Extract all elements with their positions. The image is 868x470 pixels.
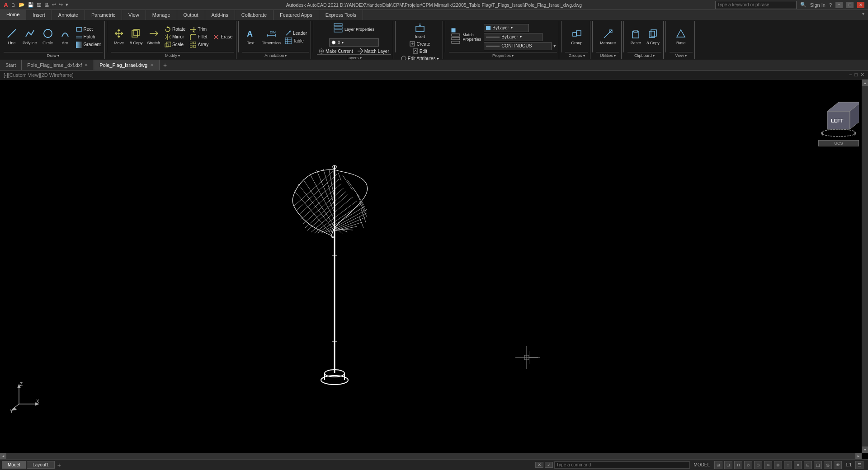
osnap-toggle[interactable]: ⊙ [754, 461, 762, 469]
scroll-track-v[interactable] [862, 86, 868, 446]
tab-collaborate[interactable]: Collaborate [235, 10, 274, 20]
properties-label[interactable]: Properties [449, 52, 557, 58]
base-button[interactable]: Base [673, 28, 689, 46]
layer-properties-button[interactable]: Layer Properties [332, 22, 376, 37]
drawing-canvas[interactable]: Z X Y [0, 80, 868, 459]
tab-dxf[interactable]: Pole_Flag_Israel_dxf.dxf ✕ [22, 60, 94, 70]
otrack-toggle[interactable]: ∞ [764, 461, 772, 469]
make-current-button[interactable]: Make Current [317, 48, 355, 54]
lw-toggle[interactable]: ≡ [794, 461, 802, 469]
move-button[interactable]: Move [111, 28, 127, 46]
gradient-button[interactable]: Gradient [74, 41, 103, 48]
rotate-button[interactable]: Rotate [163, 26, 187, 33]
erase-button[interactable]: Erase [211, 33, 234, 41]
utilities-label[interactable]: Utilities [596, 52, 619, 58]
line-button[interactable]: Line [4, 28, 20, 46]
add-tab-button[interactable]: + [160, 60, 170, 70]
leader-button[interactable]: Leader [283, 29, 309, 37]
rectangle-button[interactable]: Rect [74, 26, 103, 33]
scroll-right-btn[interactable]: ► [855, 453, 862, 459]
tab-home[interactable]: Home [0, 10, 26, 20]
trim-button[interactable]: Trim [188, 26, 210, 33]
polyline-button[interactable]: Polyline [21, 28, 39, 46]
tab-annotate[interactable]: Annotate [52, 10, 85, 20]
quick-access-print[interactable]: 🖶 [44, 2, 49, 8]
qp-toggle[interactable]: ◫ [814, 461, 822, 469]
quick-access-more[interactable]: ▾ [66, 2, 68, 8]
color-selector[interactable]: ByLayer [484, 24, 529, 32]
edit-block-button[interactable]: Edit [411, 48, 429, 54]
quick-access-saveas[interactable]: 🖫 [37, 2, 42, 8]
group-button[interactable]: Group [569, 28, 585, 46]
tab-parametric[interactable]: Parametric [85, 10, 122, 20]
close-dwg-tab[interactable]: ✕ [150, 63, 154, 67]
window-minimize-btn[interactable]: − [835, 2, 843, 8]
customization-menu[interactable]: ☰ [855, 461, 863, 469]
modify-label[interactable]: Modify [111, 52, 235, 58]
ducs-toggle[interactable]: ⊕ [774, 461, 782, 469]
layout1-tab[interactable]: Layout1 [27, 461, 55, 469]
tab-manage[interactable]: Manage [146, 10, 177, 20]
match-properties-button[interactable]: MatchProperties [449, 27, 483, 47]
properties-panel-toggle[interactable]: ▾ [552, 42, 557, 50]
table-button[interactable]: Table [283, 37, 309, 44]
arc-button[interactable]: Arc [57, 28, 73, 46]
hatch-button[interactable]: Hatch [74, 33, 103, 41]
isolate-toggle[interactable]: 👁 [834, 461, 842, 469]
close-dxf-tab[interactable]: ✕ [85, 63, 88, 67]
annotation-label[interactable]: Annotation [242, 52, 309, 58]
help-icon[interactable]: ? [829, 2, 832, 8]
tab-insert[interactable]: Insert [26, 10, 52, 20]
vertical-scrollbar[interactable]: ▲ ▼ [862, 80, 868, 453]
tab-dwg[interactable]: Pole_Flag_Israel.dwg ✕ [94, 60, 160, 70]
scroll-track-h[interactable] [6, 453, 855, 459]
scroll-left-btn[interactable]: ◄ [0, 453, 6, 459]
copy-clipboard-button[interactable]: 8 Copy [645, 28, 661, 46]
viewport-minimize[interactable]: − [849, 72, 852, 78]
clipboard-label[interactable]: Clipboard [627, 52, 661, 58]
tab-addins[interactable]: Add-ins [205, 10, 235, 20]
quick-access-undo[interactable]: ↩ [52, 2, 56, 8]
tp-toggle[interactable]: ⊟ [804, 461, 812, 469]
tab-featuredapps[interactable]: Featured Apps [274, 10, 319, 20]
quick-access-new[interactable]: 🗋 [11, 2, 16, 8]
groups-label[interactable]: Groups [565, 52, 588, 58]
view-label[interactable]: View [670, 52, 693, 58]
quick-access-open[interactable]: 📂 [19, 2, 25, 8]
quick-access-save[interactable]: 💾 [28, 2, 34, 8]
polar-toggle[interactable]: ⊘ [744, 461, 752, 469]
canvas-area[interactable]: Z X Y [0, 80, 868, 459]
text-button[interactable]: A Text [242, 28, 259, 46]
scale-button[interactable]: Scale [163, 41, 187, 48]
window-restore-btn[interactable]: □ [846, 2, 854, 8]
fillet-button[interactable]: Fillet [188, 33, 210, 41]
circle-button[interactable]: Circle [40, 28, 56, 46]
tab-view[interactable]: View [122, 10, 146, 20]
mirror-button[interactable]: Mirror [163, 33, 187, 41]
paste-button[interactable]: Paste [627, 28, 644, 46]
array-button[interactable]: Array [188, 41, 210, 48]
create-button[interactable]: Create [408, 41, 432, 47]
user-sign-in[interactable]: Sign In [810, 2, 826, 8]
grid-toggle[interactable]: ⊞ [714, 461, 722, 469]
dimension-button[interactable]: DIM Dimension [259, 28, 283, 46]
search-icon[interactable]: 🔍 [800, 2, 807, 8]
stretch-button[interactable]: Stretch [145, 28, 162, 46]
snap-toggle[interactable]: ⊡ [724, 461, 732, 469]
tab-output[interactable]: Output [177, 10, 205, 20]
layer-selector[interactable]: 0 [329, 38, 379, 47]
continuous-selector[interactable]: CONTINUOUS [484, 42, 552, 50]
insert-button[interactable]: Insert [409, 22, 431, 40]
measure-button[interactable]: Measure [598, 28, 618, 46]
ortho-toggle[interactable]: ⊓ [734, 461, 742, 469]
tab-start[interactable]: Start [0, 60, 22, 70]
dyn-toggle[interactable]: ↕ [784, 461, 792, 469]
quick-access-redo[interactable]: ↪ [59, 2, 63, 8]
search-input[interactable] [715, 1, 797, 9]
add-layout-button[interactable]: + [56, 461, 63, 469]
copy-button[interactable]: 8 Copy [128, 28, 145, 46]
draw-label[interactable]: Draw [4, 52, 103, 58]
match-layer-button[interactable]: Match Layer [356, 48, 391, 54]
ribbon-options[interactable]: ▾ [859, 10, 868, 20]
linetype-bylayer-selector[interactable]: ByLayer [484, 33, 542, 41]
